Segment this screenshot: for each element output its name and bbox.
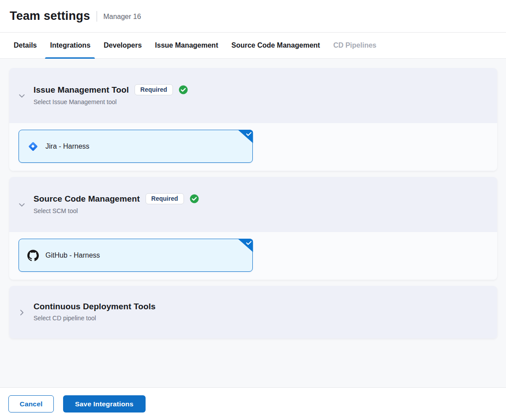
tool-card-github[interactable]: GitHub - Harness [19,239,253,272]
footer-action-bar: Cancel Save Integrations [0,387,506,420]
tab-developers[interactable]: Developers [104,33,142,59]
required-badge: Required [135,84,173,95]
github-icon [27,250,39,261]
tool-label: Jira - Harness [45,142,90,150]
tab-bar: Details Integrations Developers Issue Ma… [0,33,506,59]
tab-details[interactable]: Details [14,33,37,59]
page-header: Team settings Manager 16 [0,0,506,33]
section-title: Source Code Management [34,194,140,204]
chevron-right-icon [18,309,26,316]
section-issue-management-header[interactable]: Issue Management Tool Required Select Is… [9,68,497,123]
page-subtitle: Manager 16 [103,12,141,21]
team-settings-page: Team settings Manager 16 Details Integra… [0,0,506,420]
jira-icon [27,141,39,152]
section-issue-management-body: Jira - Harness [9,123,497,171]
save-integrations-button[interactable]: Save Integrations [63,395,146,412]
section-issue-management-tool: Issue Management Tool Required Select Is… [9,68,497,171]
section-scm-header[interactable]: Source Code Management Required Select S… [9,177,497,232]
section-cd-header[interactable]: Continuous Deployment Tools Select CD pi… [9,286,497,338]
chevron-down-icon [18,201,26,209]
check-circle-icon [179,85,188,94]
tab-source-code-management[interactable]: Source Code Management [231,33,320,59]
chevron-down-icon [18,92,26,100]
section-title: Continuous Deployment Tools [34,302,156,311]
integrations-panel: Issue Management Tool Required Select Is… [0,59,506,387]
selected-check-ribbon [238,130,253,143]
required-badge: Required [146,193,184,204]
selected-check-ribbon [238,239,253,252]
section-source-code-management: Source Code Management Required Select S… [9,177,497,280]
section-title: Issue Management Tool [34,85,129,95]
cancel-button[interactable]: Cancel [8,395,54,412]
page-title: Team settings [10,9,90,23]
section-subtitle: Select SCM tool [34,207,199,214]
check-circle-icon [190,194,199,203]
tab-integrations[interactable]: Integrations [50,33,90,59]
section-scm-body: GitHub - Harness [9,232,497,280]
section-subtitle: Select Issue Management tool [34,98,188,105]
tab-cd-pipelines: CD Pipelines [333,33,376,59]
title-separator [97,11,97,22]
tool-card-jira[interactable]: Jira - Harness [19,130,253,163]
section-continuous-deployment-tools: Continuous Deployment Tools Select CD pi… [9,286,497,338]
tool-label: GitHub - Harness [45,251,100,259]
tab-issue-management[interactable]: Issue Management [155,33,218,59]
section-subtitle: Select CD pipeline tool [34,315,156,322]
